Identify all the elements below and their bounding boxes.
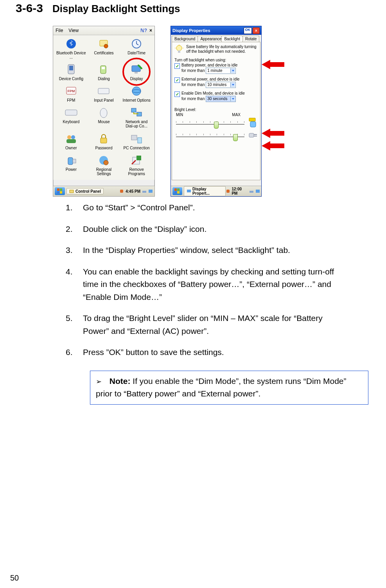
svg-point-39 bbox=[176, 45, 182, 51]
step-item: 4.You can enable the backlight savings b… bbox=[66, 265, 335, 304]
cp-label: Internet Options bbox=[123, 98, 151, 102]
phone-icon bbox=[97, 63, 110, 76]
cp-label: Owner bbox=[65, 146, 77, 150]
cp-label: Password bbox=[95, 146, 113, 150]
start-button[interactable] bbox=[55, 187, 65, 195]
cp-item-mouse[interactable]: Mouse bbox=[88, 106, 120, 130]
svg-rect-56 bbox=[256, 190, 260, 193]
note-bullet-icon: ➢ bbox=[96, 376, 102, 387]
svg-point-28 bbox=[104, 160, 108, 165]
cp-item-power[interactable]: Power bbox=[55, 154, 88, 177]
svg-rect-22 bbox=[101, 138, 107, 143]
dropdown-battery-timeout[interactable]: 1 minute bbox=[206, 68, 236, 74]
arrow-left-icon bbox=[262, 61, 284, 68]
checkbox-external-label: External power, and device is idle for m… bbox=[181, 77, 239, 88]
pc-connection-icon bbox=[130, 133, 143, 145]
cp-item-fpm[interactable]: FPM FPM bbox=[55, 85, 88, 104]
close-icon[interactable]: × bbox=[253, 27, 260, 34]
cp-item-regional[interactable]: Regional Settings bbox=[88, 154, 120, 177]
dropdown-external-timeout[interactable]: 10 minutes bbox=[206, 82, 236, 88]
cp-item-bluetooth[interactable]: Bluetooth Device ... bbox=[55, 38, 88, 61]
svg-text:FPM: FPM bbox=[67, 89, 75, 93]
brightness-slider-external[interactable] bbox=[174, 131, 246, 139]
bluetooth-icon bbox=[65, 38, 77, 50]
control-panel-grid: Bluetooth Device ... Certificates Date/T… bbox=[53, 35, 154, 180]
tray-sip-icon[interactable] bbox=[142, 189, 147, 194]
tab-rotate[interactable]: Rotate bbox=[242, 36, 259, 42]
globe-settings-icon bbox=[97, 154, 110, 167]
cp-item-certificates[interactable]: Certificates bbox=[88, 38, 120, 61]
step-item: 2.Double click on the “Display” icon. bbox=[66, 223, 335, 236]
cp-label: Regional Settings bbox=[89, 167, 118, 176]
arrow-left-icon bbox=[262, 130, 284, 137]
cp-item-pc-connection[interactable]: PC Connection bbox=[120, 133, 153, 152]
tab-background[interactable]: Background bbox=[172, 36, 198, 42]
cp-label: Network and Dial-up Co... bbox=[122, 120, 151, 128]
cp-item-dialing[interactable]: Dialing bbox=[88, 63, 120, 82]
taskbar-app-button[interactable]: Display Propert... bbox=[184, 186, 226, 196]
svg-rect-5 bbox=[69, 66, 73, 70]
svg-rect-25 bbox=[68, 158, 73, 165]
tray-desktop-icon[interactable] bbox=[255, 189, 260, 194]
help-icon[interactable]: ℕ? bbox=[140, 28, 147, 33]
titlebar: Display Properties OK × bbox=[171, 26, 261, 35]
cp-item-keyboard[interactable]: Keyboard bbox=[55, 106, 88, 130]
menu-file[interactable]: File bbox=[56, 28, 63, 33]
step-item: 5.To drag the “Bright Level” slider on “… bbox=[66, 312, 335, 337]
cp-item-network[interactable]: Network and Dial-up Co... bbox=[120, 106, 153, 130]
tip-text: Save battery life by automatically turni… bbox=[186, 45, 258, 54]
page-number: 50 bbox=[10, 574, 19, 583]
svg-rect-37 bbox=[142, 191, 146, 193]
cp-item-password[interactable]: Password bbox=[88, 133, 120, 152]
ok-button[interactable]: OK bbox=[244, 27, 252, 34]
cp-label: Power bbox=[66, 167, 77, 172]
brightness-slider-battery[interactable] bbox=[174, 119, 246, 127]
step-item: 6.Press ”OK” button to save the settings… bbox=[66, 346, 335, 359]
checkbox-battery[interactable] bbox=[174, 63, 180, 69]
svg-rect-36 bbox=[120, 190, 123, 193]
dropdown-dim-timeout[interactable]: 30 seconds bbox=[206, 96, 236, 102]
tray-desktop-icon[interactable] bbox=[148, 189, 153, 194]
tray-clock: 12:00 PM bbox=[232, 187, 248, 195]
cp-label: FPM bbox=[67, 98, 75, 102]
section-number: 3-6-3 bbox=[16, 2, 43, 15]
cp-item-display[interactable]: Display bbox=[120, 63, 153, 82]
tray-network-icon[interactable] bbox=[226, 189, 230, 194]
checkbox-dim-mode[interactable] bbox=[174, 91, 180, 97]
svg-rect-32 bbox=[60, 188, 62, 191]
instruction-steps: 1.Go to “Start” > “Control Panel”. 2.Dou… bbox=[47, 201, 370, 359]
menu-view[interactable]: View bbox=[68, 28, 79, 33]
cp-label: Bluetooth Device ... bbox=[56, 51, 86, 59]
cp-item-owner[interactable]: Owner bbox=[55, 133, 88, 152]
section-title: Display Backlight Settings bbox=[52, 3, 180, 15]
folder-icon bbox=[69, 189, 74, 194]
cp-item-device-config[interactable]: Device Config bbox=[55, 63, 88, 82]
cp-item-internet-options[interactable]: Internet Options bbox=[120, 85, 153, 104]
tab-backlight[interactable]: Backlight bbox=[221, 36, 243, 42]
cp-item-input-panel[interactable]: Input Panel bbox=[88, 85, 120, 104]
svg-rect-55 bbox=[250, 191, 253, 193]
checkbox-battery-label: Battery power, and device is idle for mo… bbox=[181, 63, 237, 74]
bright-level-label: Bright Level: bbox=[174, 108, 258, 112]
start-button[interactable] bbox=[172, 187, 182, 195]
cp-label: PC Connection bbox=[124, 146, 150, 150]
cp-label: Keyboard bbox=[63, 120, 79, 124]
tray-sip-icon[interactable] bbox=[249, 189, 253, 194]
svg-rect-49 bbox=[174, 188, 177, 191]
svg-point-19 bbox=[67, 135, 71, 139]
taskbar-app-button[interactable]: Control Panel bbox=[66, 188, 104, 194]
tab-appearance[interactable]: Appearance bbox=[197, 36, 222, 42]
tabs-row: Background Appearance Backlight Rotate bbox=[171, 35, 261, 42]
cp-item-remove-programs[interactable]: Remove Programs bbox=[120, 154, 153, 177]
lightbulb-icon bbox=[174, 45, 184, 54]
checkbox-external[interactable] bbox=[174, 77, 180, 83]
note-text: If you enable the “Dim Mode”, the system… bbox=[96, 376, 347, 398]
checkbox-dim-label: Enable Dim Mode, and device is idle for … bbox=[181, 91, 245, 102]
close-icon[interactable]: × bbox=[149, 28, 152, 33]
remove-programs-icon bbox=[130, 154, 143, 167]
tray-network-icon[interactable] bbox=[119, 189, 124, 194]
certificate-icon bbox=[97, 38, 110, 50]
people-icon bbox=[65, 133, 77, 145]
cp-label: Certificates bbox=[94, 51, 113, 55]
svg-rect-26 bbox=[73, 159, 76, 163]
